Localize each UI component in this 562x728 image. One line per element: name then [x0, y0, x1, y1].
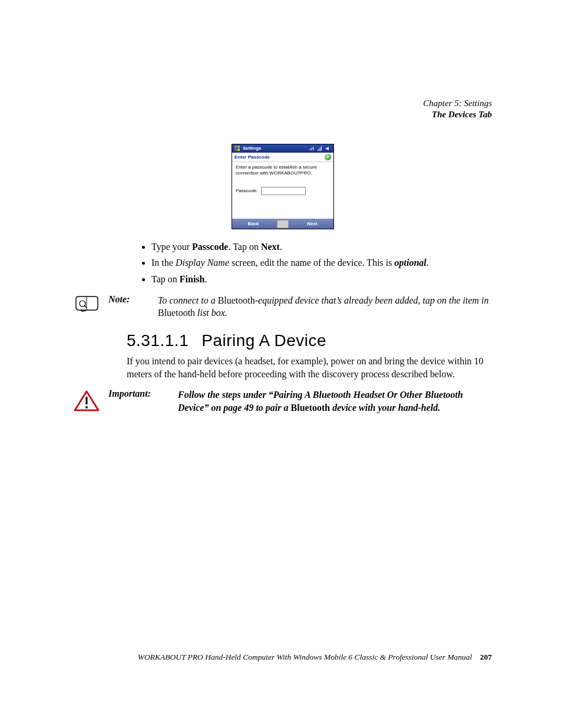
- back-button[interactable]: Back: [232, 219, 275, 229]
- list-item: In the Display Name screen, edit the nam…: [151, 256, 492, 269]
- svg-rect-2: [234, 149, 237, 151]
- text-column: Type your Passcode. Tap on Next. In the …: [127, 240, 492, 286]
- screenshot-subheader-row: Enter Passcode ?: [232, 153, 333, 162]
- note-callout: Note: To connect to a Bluetooth-equipped…: [74, 294, 492, 319]
- list-item: Type your Passcode. Tap on Next.: [151, 240, 492, 253]
- important-body: Follow the steps under “Pairing A Blueto…: [178, 388, 492, 414]
- svg-rect-0: [234, 146, 237, 148]
- bullet-list: Type your Passcode. Tap on Next. In the …: [127, 240, 492, 286]
- running-head-chapter: Chapter 5: Settings: [74, 98, 492, 109]
- running-head: Chapter 5: Settings The Devices Tab: [74, 98, 492, 120]
- svg-rect-1: [237, 146, 240, 148]
- passcode-label: Passcode:: [236, 188, 257, 194]
- svg-rect-3: [237, 149, 240, 151]
- screenshot-subheader: Enter Passcode: [234, 154, 325, 160]
- svg-line-5: [84, 305, 87, 308]
- page-footer: WORKABOUT PRO Hand-Held Computer With Wi…: [74, 653, 492, 662]
- note-body: To connect to a Bluetooth-equipped devic…: [158, 294, 492, 319]
- windows-start-icon: [234, 146, 240, 151]
- screenshot-title: Settings: [243, 146, 306, 151]
- speaker-icon: [325, 146, 331, 151]
- passcode-field-row: Passcode:: [236, 187, 330, 195]
- device-screenshot: Settings Enter Passcode ? Enter a passco…: [232, 144, 334, 230]
- passcode-input[interactable]: [261, 187, 306, 195]
- keyboard-icon[interactable]: [277, 220, 289, 228]
- connectivity-icon: [309, 146, 315, 151]
- screenshot-footer: Back Next: [232, 219, 333, 229]
- page-number: 207: [480, 653, 492, 661]
- help-icon[interactable]: ?: [325, 154, 331, 160]
- section-title: Pairing A Device: [201, 331, 326, 350]
- footer-text: WORKABOUT PRO Hand-Held Computer With Wi…: [138, 653, 472, 661]
- screenshot-titlebar: Settings: [232, 144, 333, 153]
- page-content: Chapter 5: Settings The Devices Tab Sett…: [74, 98, 492, 426]
- list-item: Tap on Finish.: [151, 272, 492, 286]
- screenshot-body: Enter a passcode to establish a secure c…: [232, 162, 333, 219]
- screenshot-helper-text: Enter a passcode to establish a secure c…: [236, 164, 330, 177]
- important-callout: Important: Follow the steps under “Pairi…: [74, 388, 492, 414]
- signal-icon: [317, 146, 323, 151]
- next-button[interactable]: Next: [291, 219, 333, 229]
- section-block: 5.31.1.1Pairing A Device If you intend t…: [127, 331, 492, 380]
- running-head-section: The Devices Tab: [74, 109, 492, 120]
- section-number: 5.31.1.1: [127, 331, 189, 350]
- section-heading: 5.31.1.1Pairing A Device: [127, 331, 492, 350]
- note-icon: [74, 294, 100, 315]
- section-body: If you intend to pair devices (a headset…: [127, 355, 492, 380]
- svg-point-7: [85, 406, 88, 409]
- note-label: Note:: [108, 294, 150, 305]
- important-label: Important:: [108, 388, 170, 399]
- warning-icon: [74, 388, 100, 414]
